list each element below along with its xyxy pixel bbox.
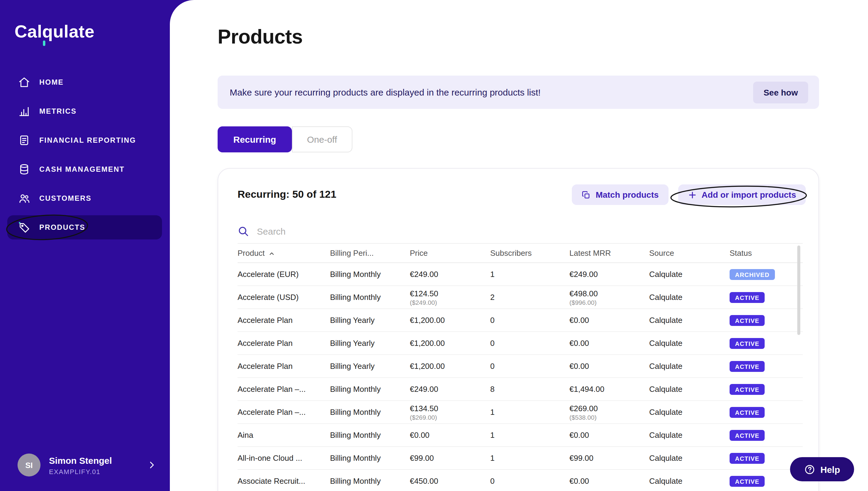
cell-billing-period: Billing Monthly	[330, 408, 410, 416]
table-row[interactable]: Accelerate (EUR) Billing Monthly €249.00…	[238, 263, 803, 286]
avatar: SI	[18, 454, 40, 476]
price-value: €0.00	[410, 431, 490, 440]
content: Products Make sure your recurring produc…	[218, 0, 819, 491]
cell-price: €249.00	[410, 384, 490, 394]
cell-billing-period: Billing Yearly	[330, 339, 410, 348]
sidebar-item-financial-reporting[interactable]: FINANCIAL REPORTING	[7, 128, 162, 152]
table-header: Product Billing Peri... Price Subscriber…	[238, 244, 803, 263]
add-import-products-label: Add or import products	[701, 190, 796, 200]
cell-status: ACTIVE	[729, 361, 803, 372]
match-products-button[interactable]: Match products	[572, 184, 668, 205]
page-title: Products	[218, 25, 819, 48]
table-row[interactable]: Accelerate Plan –... Billing Monthly €13…	[238, 401, 803, 424]
cell-latest-mrr: €0.00	[569, 362, 649, 371]
sidebar-item-cash-management[interactable]: CASH MANAGEMENT	[7, 157, 162, 181]
products-icon	[18, 221, 30, 233]
cell-source: Calqulate	[649, 384, 729, 394]
match-products-label: Match products	[596, 190, 659, 200]
user-profile[interactable]: SI Simon Stengel EXAMPLIFY.01	[0, 454, 170, 476]
status-badge: ACTIVE	[729, 475, 765, 487]
price-value: €249.00	[410, 384, 490, 394]
price-secondary-value: ($269.00)	[410, 413, 490, 421]
tab-recurring[interactable]: Recurring	[218, 126, 292, 152]
status-badge: ACTIVE	[729, 315, 765, 326]
price-value: €1,200.00	[410, 316, 490, 325]
cell-price: €124.50 ($249.00)	[410, 289, 490, 306]
tabs: Recurring One-off	[218, 126, 352, 152]
chevron-right-icon[interactable]	[147, 460, 156, 470]
logo[interactable]: Calqulate	[14, 22, 95, 42]
cell-product: Accelerate Plan	[238, 339, 330, 348]
cell-status: ACTIVE	[729, 407, 803, 417]
cell-product: Accelerate Plan –...	[238, 408, 330, 416]
logo-text: Calqulate	[14, 22, 95, 41]
table-row[interactable]: Accelerate Plan –... Billing Monthly €24…	[238, 378, 803, 401]
table-row[interactable]: Accelerate Plan Billing Yearly €1,200.00…	[238, 332, 803, 355]
app: Calqulate HOME METRICS FINANCIAL REPORTI…	[0, 0, 868, 491]
table-body: Accelerate (EUR) Billing Monthly €249.00…	[238, 263, 803, 491]
status-badge: ACTIVE	[729, 361, 765, 372]
sidebar-item-products[interactable]: PRODUCTS	[7, 215, 162, 239]
cell-status: ACTIVE	[729, 384, 803, 395]
column-header-status[interactable]: Status	[729, 249, 803, 258]
price-value: €124.50	[410, 289, 490, 298]
table-row[interactable]: Aina Billing Monthly €0.00 1 €0.00 Calqu…	[238, 424, 803, 447]
table-row[interactable]: Associate Recruit... Billing Monthly €45…	[238, 470, 803, 491]
sidebar-item-label: CASH MANAGEMENT	[39, 165, 124, 174]
price-value: €134.50	[410, 404, 490, 413]
search-icon	[238, 226, 249, 237]
table-row[interactable]: Accelerate Plan Billing Yearly €1,200.00…	[238, 309, 803, 332]
copy-icon	[582, 190, 591, 199]
cell-latest-mrr: €498.00 ($996.00)	[569, 289, 649, 306]
cell-product: Accelerate (EUR)	[238, 270, 330, 279]
tab-one-off[interactable]: One-off	[292, 126, 352, 152]
search-bar	[238, 220, 803, 244]
banner-message: Make sure your recurring products are di…	[230, 87, 753, 97]
column-header-billing-period[interactable]: Billing Peri...	[330, 249, 410, 258]
cell-subscribers: 1	[490, 431, 569, 440]
cash-management-icon	[18, 163, 30, 175]
products-card: Recurring: 50 of 121 Match products	[218, 168, 819, 491]
cell-subscribers: 0	[490, 476, 569, 486]
mrr-value: €1,494.00	[569, 384, 649, 394]
column-header-price[interactable]: Price	[410, 249, 490, 258]
search-input[interactable]	[257, 226, 803, 236]
column-header-product[interactable]: Product	[238, 249, 330, 258]
cell-billing-period: Billing Monthly	[330, 476, 410, 486]
financial-reporting-icon	[18, 134, 30, 146]
see-how-button[interactable]: See how	[753, 81, 808, 103]
status-badge: ACTIVE	[729, 430, 765, 440]
cell-subscribers: 1	[490, 408, 569, 416]
sidebar-item-label: CUSTOMERS	[39, 194, 92, 203]
add-import-products-button[interactable]: Add or import products	[678, 184, 806, 205]
table-row[interactable]: Accelerate Plan Billing Yearly €1,200.00…	[238, 355, 803, 378]
table-row[interactable]: All-in-one Cloud ... Billing Monthly €99…	[238, 447, 803, 470]
sidebar: Calqulate HOME METRICS FINANCIAL REPORTI…	[0, 0, 170, 491]
help-button[interactable]: Help	[790, 457, 854, 481]
mrr-value: €0.00	[569, 431, 649, 440]
cell-billing-period: Billing Monthly	[330, 454, 410, 463]
cell-status: ACTIVE	[729, 430, 803, 440]
price-secondary-value: ($249.00)	[410, 298, 490, 306]
sidebar-item-customers[interactable]: CUSTOMERS	[7, 186, 162, 210]
sort-ascending-icon	[268, 250, 275, 256]
cell-latest-mrr: €99.00	[569, 454, 649, 463]
table-row[interactable]: Accelerate (USD) Billing Monthly €124.50…	[238, 286, 803, 309]
cell-product: All-in-one Cloud ...	[238, 454, 330, 463]
column-header-subscribers[interactable]: Subscribers	[490, 249, 569, 258]
plus-icon	[688, 190, 697, 199]
column-header-source[interactable]: Source	[649, 249, 729, 258]
cell-source: Calqulate	[649, 408, 729, 416]
table-scrollbar[interactable]	[797, 246, 800, 335]
cell-billing-period: Billing Monthly	[330, 293, 410, 302]
sidebar-item-home[interactable]: HOME	[7, 70, 162, 94]
logo-caret-mark	[43, 40, 45, 46]
customers-icon	[18, 192, 30, 204]
cell-latest-mrr: €0.00	[569, 476, 649, 486]
sidebar-nav: HOME METRICS FINANCIAL REPORTING CASH MA…	[0, 70, 170, 244]
sidebar-item-metrics[interactable]: METRICS	[7, 99, 162, 123]
status-badge: ACTIVE	[729, 338, 765, 349]
cell-price: €1,200.00	[410, 339, 490, 348]
column-header-latest-mrr[interactable]: Latest MRR	[569, 249, 649, 258]
cell-source: Calqulate	[649, 454, 729, 463]
